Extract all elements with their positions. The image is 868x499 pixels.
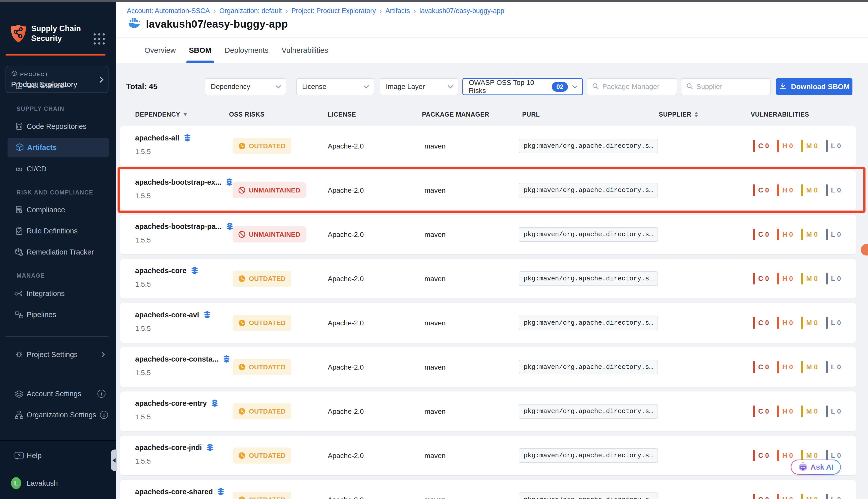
image-layer-filter-dropdown[interactable]: Image Layer — [380, 78, 458, 95]
sidebar-item-label: Project Settings — [27, 351, 78, 359]
purl-value[interactable]: pkg:maven/org.apache.directory.s… — [519, 139, 658, 153]
sidebar-item-organization-settings[interactable]: Organization Settings i — [0, 407, 116, 423]
table-row[interactable]: apacheds-all1.5.5 OUTDATED Apache-2.0 ma… — [120, 126, 856, 166]
download-sbom-button[interactable]: Download SBOM — [776, 78, 853, 95]
page-title: lavakush07/easy-buggy-app — [146, 18, 288, 30]
owasp-risks-filter-dropdown[interactable]: OWASP OSS Top 10 Risks 02 — [462, 78, 583, 95]
banned-icon — [238, 231, 246, 238]
table-row[interactable]: apacheds-core1.5.5 OUTDATED Apache-2.0 m… — [120, 259, 856, 299]
chevron-down-icon — [448, 83, 453, 88]
sidebar-item-label: CI/CD — [27, 165, 47, 173]
table-row[interactable]: apacheds-core-avl1.5.5 OUTDATED Apache-2… — [120, 303, 856, 343]
package-manager-value: maven — [424, 363, 446, 372]
sidebar-item-help[interactable]: ? Help — [0, 448, 116, 464]
col-dependency[interactable]: DEPENDENCY — [135, 111, 187, 118]
breadcrumb-separator: › — [285, 7, 288, 15]
app-grid-icon[interactable] — [92, 32, 107, 47]
table-row[interactable]: apacheds-core-entry1.5.5 OUTDATED Apache… — [120, 391, 856, 431]
oss-risk-badge: OUTDATED — [233, 448, 292, 464]
user-menu[interactable]: L Lavakush — [0, 475, 116, 491]
license-value: Apache-2.0 — [328, 275, 364, 283]
table-row[interactable]: apacheds-bootstrap-pa...1.5.5 UNMAINTAIN… — [120, 215, 856, 254]
dependency-name[interactable]: apacheds-core-shared — [135, 488, 213, 496]
clock-icon — [238, 363, 246, 371]
col-supplier[interactable]: SUPPLIER — [659, 111, 698, 118]
supply-chain-security-logo-icon — [10, 24, 27, 44]
clock-icon — [238, 319, 246, 327]
dropdown-label: License — [302, 83, 326, 91]
sidebar-item-integrations[interactable]: Integrations — [0, 285, 116, 302]
dependency-name[interactable]: apacheds-core-jndi — [135, 443, 202, 452]
tab-deployments[interactable]: Deployments — [224, 38, 269, 63]
license-value: Apache-2.0 — [328, 496, 364, 499]
license-value: Apache-2.0 — [328, 407, 364, 416]
table-row[interactable]: apacheds-core-consta...1.5.5 OUTDATED Ap… — [120, 347, 856, 387]
sidebar-item-artifacts[interactable]: Artifacts — [8, 138, 109, 157]
tab-overview[interactable]: Overview — [145, 38, 176, 63]
vulnerability-counts: C0 H0 M0 L0 — [753, 317, 849, 329]
clock-icon — [238, 496, 246, 499]
table-row-highlighted[interactable]: apacheds-bootstrap-ex...1.5.5 UNMAINTAIN… — [120, 170, 856, 210]
vulnerability-counts: C0 H0 M0 L0 — [753, 494, 849, 499]
breadcrumb-separator: › — [380, 7, 382, 15]
project-label: PROJECT — [20, 71, 49, 77]
sidebar-item-compliance[interactable]: Compliance — [0, 202, 116, 218]
tab-sbom[interactable]: SBOM — [189, 38, 211, 63]
purl-value[interactable]: pkg:maven/org.apache.directory.s… — [519, 271, 658, 286]
sidebar-item-cicd[interactable]: ∞ CI/CD — [0, 161, 116, 177]
dependency-name[interactable]: apacheds-core-avl — [135, 311, 199, 319]
purl-value[interactable]: pkg:maven/org.apache.directory.s… — [519, 316, 658, 330]
section-manage: MANAGE — [16, 272, 45, 279]
package-manager-value: maven — [424, 407, 446, 416]
search-icon — [592, 82, 599, 91]
sidebar-item-get-started[interactable]: Get Started — [0, 77, 116, 94]
layers-icon — [206, 443, 214, 452]
dependency-name[interactable]: apacheds-all — [135, 134, 179, 142]
sidebar-bottom-dock: ? Help L Lavakush — [0, 440, 116, 499]
breadcrumb-artifacts[interactable]: Artifacts — [385, 7, 410, 15]
supplier-search-input[interactable] — [696, 83, 766, 91]
dependency-version: 1.5.5 — [135, 369, 231, 377]
sidebar-item-project-settings[interactable]: Project Settings — [0, 346, 116, 363]
breadcrumb-artifact-name[interactable]: lavakush07/easy-buggy-app — [419, 7, 504, 15]
sidebar-item-pipelines[interactable]: Pipelines — [0, 306, 116, 322]
purl-value[interactable]: pkg:maven/org.apache.directory.s… — [519, 227, 658, 242]
sidebar-item-code-repositories[interactable]: Code Repositories — [0, 118, 116, 134]
breadcrumb-separator: › — [213, 7, 216, 15]
purl-value[interactable]: pkg:maven/org.apache.directory.s… — [519, 183, 658, 197]
purl-value[interactable]: pkg:maven/org.apache.directory.s… — [519, 492, 658, 499]
purl-value[interactable]: pkg:maven/org.apache.directory.s… — [519, 360, 658, 374]
breadcrumb-project[interactable]: Project: Product Exploratory — [292, 7, 376, 15]
info-icon[interactable]: i — [97, 390, 106, 398]
clock-icon — [238, 452, 246, 459]
table-row[interactable]: apacheds-core-jndi1.5.5 OUTDATED Apache-… — [120, 436, 856, 475]
vulnerability-counts: C0 H0 M0 L0 — [753, 405, 849, 417]
purl-value[interactable]: pkg:maven/org.apache.directory.s… — [519, 448, 658, 463]
dependency-name[interactable]: apacheds-core-consta... — [135, 355, 219, 363]
sidebar-item-rule-definitions[interactable]: Rule Definitions — [0, 223, 116, 239]
dependency-version: 1.5.5 — [135, 457, 214, 465]
dependency-name[interactable]: apacheds-core-entry — [135, 399, 207, 407]
info-icon[interactable]: i — [100, 411, 108, 419]
collapse-arrow-icon — [112, 458, 115, 463]
table-body: apacheds-all1.5.5 OUTDATED Apache-2.0 ma… — [120, 126, 856, 499]
tab-vulnerabilities[interactable]: Vulnerabilities — [282, 38, 328, 63]
oss-risk-badge: OUTDATED — [233, 138, 292, 154]
sidebar-item-remediation-tracker[interactable]: Remediation Tracker — [0, 244, 116, 260]
package-manager-search-input[interactable] — [602, 83, 672, 91]
breadcrumb-organization[interactable]: Organization: default — [219, 7, 282, 15]
oss-risk-badge: OUTDATED — [233, 492, 292, 499]
license-filter-dropdown[interactable]: License — [296, 78, 374, 95]
dependency-name[interactable]: apacheds-bootstrap-pa... — [135, 222, 222, 231]
dependency-name[interactable]: apacheds-bootstrap-ex... — [135, 178, 221, 186]
dependency-filter-dropdown[interactable]: Dependency — [205, 78, 286, 95]
sidebar-item-label: Compliance — [27, 206, 65, 214]
sidebar-collapse-handle[interactable] — [111, 450, 117, 471]
sidebar-item-label: Integrations — [27, 290, 65, 298]
ask-ai-button[interactable]: Ask AI — [791, 460, 841, 475]
sidebar-item-account-settings[interactable]: Account Settings i — [0, 386, 116, 402]
purl-value[interactable]: pkg:maven/org.apache.directory.s… — [519, 404, 658, 418]
dependency-name[interactable]: apacheds-core — [135, 267, 187, 275]
table-row[interactable]: apacheds-core-shared1.5.5 OUTDATED Apach… — [120, 480, 856, 499]
breadcrumb-account[interactable]: Account: Automation-SSCA — [127, 7, 210, 15]
